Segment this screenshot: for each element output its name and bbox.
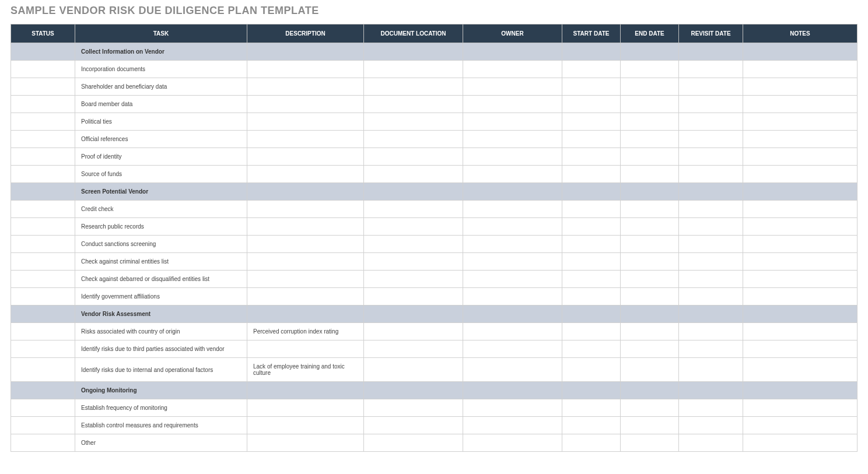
cell-owner	[463, 382, 562, 399]
cell-notes	[743, 288, 858, 306]
cell-document-location	[364, 43, 463, 61]
cell-revisit-date	[679, 96, 743, 113]
cell-notes	[743, 131, 858, 148]
cell-status	[11, 271, 75, 288]
col-header-revisit-date: REVISIT DATE	[679, 24, 743, 43]
cell-revisit-date	[679, 358, 743, 382]
cell-end-date	[621, 306, 679, 323]
cell-task: Risks associated with country of origin	[75, 323, 247, 340]
cell-status	[11, 288, 75, 306]
cell-revisit-date	[679, 417, 743, 434]
cell-revisit-date	[679, 113, 743, 131]
cell-notes	[743, 340, 858, 358]
cell-notes	[743, 166, 858, 183]
cell-owner	[463, 271, 562, 288]
cell-description	[247, 306, 364, 323]
table-row: Establish control measures and requireme…	[11, 417, 858, 434]
cell-document-location	[364, 236, 463, 253]
cell-description	[247, 288, 364, 306]
cell-status	[11, 358, 75, 382]
table-row: Shareholder and beneficiary data	[11, 78, 858, 96]
cell-task: Establish frequency of monitoring	[75, 399, 247, 417]
cell-task: Check against debarred or disqualified e…	[75, 271, 247, 288]
cell-start-date	[562, 183, 621, 201]
cell-revisit-date	[679, 166, 743, 183]
cell-start-date	[562, 201, 621, 218]
cell-status	[11, 96, 75, 113]
cell-document-location	[364, 166, 463, 183]
cell-status	[11, 218, 75, 236]
table-row: Conduct sanctions screening	[11, 236, 858, 253]
cell-task: Conduct sanctions screening	[75, 236, 247, 253]
cell-description	[247, 253, 364, 271]
cell-description	[247, 417, 364, 434]
cell-notes	[743, 148, 858, 166]
cell-status	[11, 43, 75, 61]
cell-owner	[463, 183, 562, 201]
cell-start-date	[562, 306, 621, 323]
cell-document-location	[364, 323, 463, 340]
cell-end-date	[621, 434, 679, 452]
cell-end-date	[621, 253, 679, 271]
cell-status	[11, 78, 75, 96]
cell-document-location	[364, 201, 463, 218]
cell-status	[11, 131, 75, 148]
cell-end-date	[621, 323, 679, 340]
cell-revisit-date	[679, 218, 743, 236]
cell-document-location	[364, 183, 463, 201]
cell-task: Identify risks due to internal and opera…	[75, 358, 247, 382]
cell-revisit-date	[679, 148, 743, 166]
cell-start-date	[562, 96, 621, 113]
col-header-document-location: DOCUMENT LOCATION	[364, 24, 463, 43]
table-row: Political ties	[11, 113, 858, 131]
table-row: Establish frequency of monitoring	[11, 399, 858, 417]
cell-end-date	[621, 61, 679, 78]
cell-task: Incorporation documents	[75, 61, 247, 78]
cell-revisit-date	[679, 288, 743, 306]
cell-end-date	[621, 166, 679, 183]
cell-description	[247, 271, 364, 288]
cell-description: Perceived corruption index rating	[247, 323, 364, 340]
table-row: Identify government affiliations	[11, 288, 858, 306]
cell-end-date	[621, 96, 679, 113]
table-row: Incorporation documents	[11, 61, 858, 78]
cell-owner	[463, 358, 562, 382]
cell-owner	[463, 340, 562, 358]
cell-notes	[743, 183, 858, 201]
col-header-start-date: START DATE	[562, 24, 621, 43]
cell-owner	[463, 201, 562, 218]
cell-document-location	[364, 78, 463, 96]
cell-status	[11, 148, 75, 166]
cell-task: Official references	[75, 131, 247, 148]
cell-document-location	[364, 358, 463, 382]
cell-start-date	[562, 113, 621, 131]
cell-owner	[463, 236, 562, 253]
due-diligence-table: STATUS TASK DESCRIPTION DOCUMENT LOCATIO…	[10, 24, 858, 452]
section-row: Collect Information on Vendor	[11, 43, 858, 61]
cell-description	[247, 148, 364, 166]
cell-status	[11, 201, 75, 218]
cell-document-location	[364, 148, 463, 166]
cell-end-date	[621, 201, 679, 218]
cell-owner	[463, 96, 562, 113]
cell-document-location	[364, 340, 463, 358]
cell-document-location	[364, 288, 463, 306]
cell-start-date	[562, 358, 621, 382]
cell-notes	[743, 323, 858, 340]
cell-end-date	[621, 271, 679, 288]
cell-notes	[743, 96, 858, 113]
cell-revisit-date	[679, 253, 743, 271]
cell-start-date	[562, 434, 621, 452]
table-row: Identify risks due to internal and opera…	[11, 358, 858, 382]
cell-status	[11, 61, 75, 78]
cell-revisit-date	[679, 399, 743, 417]
cell-end-date	[621, 399, 679, 417]
cell-description	[247, 166, 364, 183]
col-header-task: TASK	[75, 24, 247, 43]
cell-document-location	[364, 382, 463, 399]
cell-description	[247, 96, 364, 113]
cell-owner	[463, 434, 562, 452]
cell-task: Shareholder and beneficiary data	[75, 78, 247, 96]
section-row: Screen Potential Vendor	[11, 183, 858, 201]
cell-notes	[743, 253, 858, 271]
